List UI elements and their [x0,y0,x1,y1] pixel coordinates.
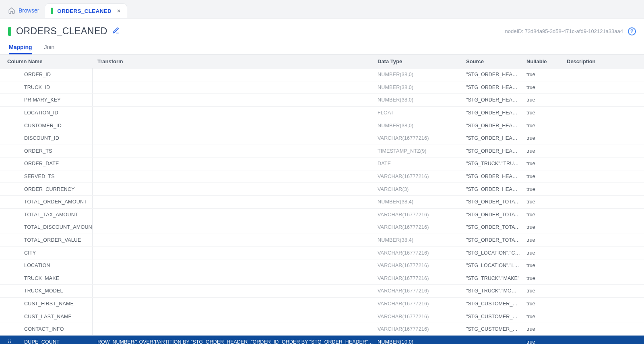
cell-data-type[interactable]: VARCHAR(16777216) [374,135,463,141]
table-row[interactable]: CITYVARCHAR(16777216)"STG_LOCATION"."CIT… [0,247,644,259]
cell-nullable[interactable]: true [523,97,564,103]
cell-data-type[interactable]: VARCHAR(16777216) [374,288,463,294]
cell-column-name[interactable]: PRIMARY_KEY [0,94,93,106]
cell-source[interactable]: "STG_ORDER_HEADER"." [463,187,523,192]
cell-source[interactable]: "STG_ORDER_HEADER"." [463,85,523,90]
header-data-type[interactable]: Data Type [374,58,463,64]
cell-source[interactable]: "STG_ORDER_HEADER"." [463,174,523,179]
cell-source[interactable]: "STG_ORDER_TOTALS"." [463,212,523,218]
cell-data-type[interactable]: VARCHAR(16777216) [374,301,463,307]
cell-data-type[interactable]: VARCHAR(16777216) [374,276,463,281]
cell-nullable[interactable]: true [523,187,564,192]
cell-column-name[interactable]: CUSTOMER_ID [0,119,93,132]
cell-source[interactable]: "STG_ORDER_HEADER"." [463,110,523,116]
cell-source[interactable]: "STG_TRUCK"."MAKE" [463,276,523,281]
cell-nullable[interactable]: true [523,314,564,319]
cell-data-type[interactable]: VARCHAR(16777216) [374,314,463,319]
cell-data-type[interactable]: NUMBER(38,4) [374,237,463,243]
cell-column-name[interactable]: TOTAL_ORDER_AMOUNT [0,196,93,208]
cell-data-type[interactable]: NUMBER(38,0) [374,85,463,90]
table-row[interactable]: TRUCK_MAKEVARCHAR(16777216)"STG_TRUCK"."… [0,272,644,285]
cell-nullable[interactable]: true [523,276,564,281]
cell-nullable[interactable]: true [523,72,564,77]
table-row[interactable]: CUST_FIRST_NAMEVARCHAR(16777216)"STG_CUS… [0,298,644,311]
cell-column-name[interactable]: CONTACT_INFO [0,323,93,336]
table-row[interactable]: CUST_LAST_NAMEVARCHAR(16777216)"STG_CUST… [0,310,644,323]
header-column-name[interactable]: Column Name [0,58,93,64]
table-row[interactable]: SERVED_TSVARCHAR(16777216)"STG_ORDER_HEA… [0,170,644,183]
cell-nullable[interactable]: true [523,212,564,218]
cell-data-type[interactable]: NUMBER(38,0) [374,97,463,103]
cell-column-name[interactable]: TOTAL_ORDER_VALUE [0,234,93,247]
cell-nullable[interactable]: true [523,148,564,154]
cell-source[interactable]: "STG_LOCATION"."CITY" [463,250,523,256]
cell-nullable[interactable]: true [523,237,564,243]
cell-nullable[interactable]: true [523,199,564,205]
cell-source[interactable]: "STG_ORDER_TOTALS"." [463,224,523,230]
cell-column-name[interactable]: DUPE_COUNT [0,336,93,344]
cell-nullable[interactable]: true [523,161,564,166]
cell-data-type[interactable]: NUMBER(38,4) [374,199,463,205]
table-row[interactable]: ORDER_CURRENCYVARCHAR(3)"STG_ORDER_HEADE… [0,183,644,196]
cell-source[interactable]: "STG_CUSTOMER_LOYAL [463,301,523,307]
header-transform[interactable]: Transform [93,58,374,64]
cell-column-name[interactable]: ORDER_CURRENCY [0,183,93,195]
cell-data-type[interactable]: TIMESTAMP_NTZ(9) [374,148,463,154]
cell-source[interactable]: "STG_ORDER_HEADER"." [463,135,523,141]
cell-source[interactable]: "STG_ORDER_HEADER"." [463,148,523,154]
cell-column-name[interactable]: ORDER_DATE [0,157,93,170]
cell-column-name[interactable]: LOCATION [0,259,93,272]
cell-source[interactable]: "STG_ORDER_HEADER"." [463,72,523,77]
cell-column-name[interactable]: DISCOUNT_ID [0,132,93,145]
table-row[interactable]: TRUCK_IDNUMBER(38,0)"STG_ORDER_HEADER"."… [0,81,644,94]
cell-nullable[interactable]: true [523,85,564,90]
table-row[interactable]: CUSTOMER_IDNUMBER(38,0)"STG_ORDER_HEADER… [0,119,644,132]
header-source[interactable]: Source [463,58,523,64]
cell-column-name[interactable]: TRUCK_ID [0,81,93,94]
cell-column-name[interactable]: TOTAL_DISCOUNT_AMOUNT [0,221,93,234]
cell-source[interactable]: "STG_CUSTOMER_LOYAL [463,326,523,332]
tab-mapping[interactable]: Mapping [9,41,32,54]
cell-nullable[interactable]: true [523,224,564,230]
table-row[interactable]: LOCATION_IDFLOAT"STG_ORDER_HEADER"."true [0,107,644,120]
cell-data-type[interactable]: DATE [374,161,463,166]
cell-column-name[interactable]: SERVED_TS [0,170,93,183]
cell-transform[interactable]: ROW_NUMBER() OVER(PARTITION BY "STG_ORDE… [93,339,374,344]
cell-source[interactable]: "STG_ORDER_HEADER"." [463,123,523,128]
table-row[interactable]: TOTAL_ORDER_AMOUNTNUMBER(38,4)"STG_ORDER… [0,196,644,209]
cell-data-type[interactable]: VARCHAR(16777216) [374,326,463,332]
cell-source[interactable]: "STG_TRUCK"."MODEL" [463,288,523,294]
cell-nullable[interactable]: true [523,288,564,294]
cell-nullable[interactable]: true [523,339,564,344]
cell-data-type[interactable]: VARCHAR(16777216) [374,212,463,218]
cell-column-name[interactable]: ORDER_ID [0,68,93,81]
table-row[interactable]: CONTACT_INFOVARCHAR(16777216)"STG_CUSTOM… [0,323,644,336]
table-row[interactable]: TOTAL_TAX_AMOUNTVARCHAR(16777216)"STG_OR… [0,209,644,222]
table-row[interactable]: DUPE_COUNTROW_NUMBER() OVER(PARTITION BY… [0,336,644,344]
cell-data-type[interactable]: VARCHAR(16777216) [374,263,463,268]
cell-nullable[interactable]: true [523,110,564,116]
cell-data-type[interactable]: NUMBER(38,0) [374,72,463,77]
cell-source[interactable]: "STG_CUSTOMER_LOYAL [463,314,523,319]
cell-column-name[interactable]: CITY [0,247,93,259]
cell-data-type[interactable]: VARCHAR(16777216) [374,250,463,256]
table-row[interactable]: ORDER_DATEDATE"STG_TRUCK"."TRUCK_Otrue [0,157,644,170]
table-row[interactable]: TRUCK_MODELVARCHAR(16777216)"STG_TRUCK".… [0,285,644,298]
cell-nullable[interactable]: true [523,135,564,141]
header-nullable[interactable]: Nullable [523,58,564,64]
table-row[interactable]: TOTAL_DISCOUNT_AMOUNTVARCHAR(16777216)"S… [0,221,644,234]
help-button[interactable]: ? [628,27,636,35]
table-row[interactable]: ORDER_TSTIMESTAMP_NTZ(9)"STG_ORDER_HEADE… [0,145,644,158]
edit-title-button[interactable] [112,27,120,36]
tab-orders-cleaned[interactable]: ORDERS_CLEANED [45,3,127,18]
cell-nullable[interactable]: true [523,250,564,256]
cell-nullable[interactable]: true [523,301,564,307]
cell-column-name[interactable]: CUST_FIRST_NAME [0,298,93,310]
cell-column-name[interactable]: LOCATION_ID [0,107,93,119]
cell-data-type[interactable]: VARCHAR(16777216) [374,174,463,179]
cell-column-name[interactable]: TRUCK_MAKE [0,272,93,285]
cell-data-type[interactable]: NUMBER(38,0) [374,123,463,128]
cell-source[interactable]: "STG_ORDER_TOTALS"." [463,199,523,205]
tab-close-button[interactable] [116,8,122,14]
tab-browser[interactable]: Browser [3,4,45,18]
